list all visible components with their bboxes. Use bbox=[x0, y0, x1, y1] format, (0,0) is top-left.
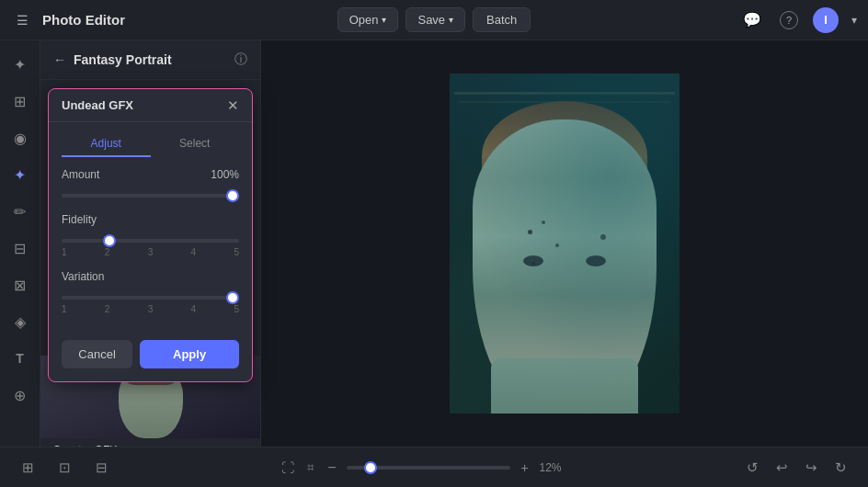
history-back-button[interactable]: ↺ bbox=[739, 455, 765, 481]
grid-icon: ⊟ bbox=[96, 459, 108, 476]
amount-value: 100% bbox=[211, 168, 239, 181]
sidebar-objects[interactable]: ⊠ bbox=[4, 268, 37, 301]
popup-body: Amount 100% Fidelity 1 2 3 4 bbox=[49, 157, 252, 314]
transform-icon: ⊡ bbox=[59, 459, 71, 476]
fidelity-slider-row: Fidelity 1 2 3 4 5 bbox=[62, 213, 239, 257]
variation-label: Variation bbox=[62, 270, 104, 283]
chat-icon-button[interactable]: 💬 bbox=[739, 7, 765, 33]
hamburger-menu-button[interactable]: ☰ bbox=[9, 7, 35, 33]
variation-slider-row: Variation 1 2 3 4 5 bbox=[62, 270, 239, 314]
chat-icon: 💬 bbox=[743, 11, 761, 28]
user-chevron-button[interactable]: ▾ bbox=[850, 12, 859, 28]
sidebar-layers[interactable]: ⊟ bbox=[4, 232, 37, 265]
zoom-minus-button[interactable]: − bbox=[325, 455, 339, 481]
panel-header: ← Fantasy Portrait ⓘ bbox=[40, 40, 260, 80]
cancel-button[interactable]: Cancel bbox=[62, 340, 132, 368]
sidebar-sliders[interactable]: ⊞ bbox=[4, 85, 37, 118]
bottombar: ⊞ ⊡ ⊟ ⛶ ⌗ − + 12% ↺ ↩ ↪ ↻ bbox=[0, 447, 868, 487]
canvas-area bbox=[261, 40, 868, 447]
variation-slider[interactable] bbox=[62, 296, 239, 300]
topbar-right: 💬 ? I ▾ bbox=[531, 7, 859, 33]
undo-button[interactable]: ↩ bbox=[769, 455, 794, 481]
undead-gfx-popup: Undead GFX ✕ Adjust Select Amount 100% bbox=[48, 88, 253, 382]
sidebar-eye[interactable]: ◉ bbox=[4, 121, 37, 154]
zoom-value: 12% bbox=[540, 461, 573, 474]
sidebar-text[interactable]: T bbox=[4, 342, 37, 375]
back-button[interactable]: ← bbox=[53, 52, 66, 67]
topbar: ☰ Photo Editor Open ▾ Save ▾ Batch 💬 ? I… bbox=[0, 0, 868, 40]
topbar-left: ☰ Photo Editor bbox=[9, 7, 337, 33]
open-chevron-icon: ▾ bbox=[382, 15, 386, 25]
app-title: Photo Editor bbox=[42, 12, 125, 28]
sidebar-mask[interactable]: ◈ bbox=[4, 305, 37, 338]
popup-tabs: Adjust Select bbox=[49, 122, 252, 157]
batch-button[interactable]: Batch bbox=[473, 7, 531, 32]
popup-title: Undead GFX bbox=[62, 98, 227, 112]
zoom-plus-button[interactable]: + bbox=[518, 455, 532, 481]
zoom-controls: ⛶ ⌗ − + 12% bbox=[281, 455, 573, 481]
icon-sidebar: ✦ ⊞ ◉ ✦ ✏ ⊟ ⊠ ◈ T ⊕ bbox=[0, 40, 40, 447]
tab-adjust[interactable]: Adjust bbox=[62, 131, 151, 157]
user-avatar[interactable]: I bbox=[813, 7, 839, 33]
layers-icon: ⊞ bbox=[22, 459, 34, 476]
transform-icon-button[interactable]: ⊡ bbox=[51, 455, 77, 481]
hamburger-icon: ☰ bbox=[17, 13, 29, 28]
amount-label: Amount bbox=[62, 168, 99, 181]
main-canvas-image bbox=[450, 74, 680, 413]
save-button[interactable]: Save ▾ bbox=[405, 7, 465, 32]
history-forward-button[interactable]: ↻ bbox=[828, 455, 853, 481]
redo-button[interactable]: ↪ bbox=[798, 455, 824, 481]
sidebar-magic-wand[interactable]: ✦ bbox=[4, 48, 37, 81]
sidebar-effects[interactable]: ✦ bbox=[4, 158, 37, 191]
specter-ai-badge: Ai bbox=[238, 446, 247, 447]
grid-icon-button[interactable]: ⊟ bbox=[88, 455, 114, 481]
left-panel: ← Fantasy Portrait ⓘ Undead GFX ✕ Adjust… bbox=[40, 40, 261, 447]
sidebar-brush[interactable]: ✏ bbox=[4, 195, 37, 228]
open-button[interactable]: Open ▾ bbox=[337, 7, 399, 32]
help-icon-button[interactable]: ? bbox=[776, 7, 802, 33]
expand-icon-button[interactable]: ⛶ bbox=[281, 455, 296, 481]
popup-buttons: Cancel Apply bbox=[49, 327, 252, 368]
fidelity-slider[interactable] bbox=[62, 239, 239, 243]
help-icon: ? bbox=[780, 11, 798, 29]
specter-label: Specter GFX bbox=[53, 444, 117, 447]
sidebar-more[interactable]: ⊕ bbox=[4, 379, 37, 412]
tab-select[interactable]: Select bbox=[151, 131, 240, 157]
topbar-center: Open ▾ Save ▾ Batch bbox=[337, 7, 531, 32]
info-button[interactable]: ⓘ bbox=[234, 51, 247, 68]
layers-icon-button[interactable]: ⊞ bbox=[15, 455, 40, 481]
fidelity-label: Fidelity bbox=[62, 213, 97, 226]
main-area: ✦ ⊞ ◉ ✦ ✏ ⊟ ⊠ ◈ T ⊕ ← Fantasy Portrait ⓘ… bbox=[0, 40, 868, 447]
save-chevron-icon: ▾ bbox=[449, 15, 453, 25]
amount-slider[interactable] bbox=[62, 194, 239, 198]
popup-header: Undead GFX ✕ bbox=[49, 89, 252, 122]
zoom-slider[interactable] bbox=[347, 466, 510, 470]
amount-slider-row: Amount 100% bbox=[62, 168, 239, 200]
apply-button[interactable]: Apply bbox=[140, 340, 239, 368]
panel-title: Fantasy Portrait bbox=[74, 52, 227, 67]
bottom-right-icons: ↺ ↩ ↪ ↻ bbox=[739, 455, 853, 481]
popup-close-button[interactable]: ✕ bbox=[227, 98, 239, 112]
crop-icon-button[interactable]: ⌗ bbox=[303, 455, 317, 481]
